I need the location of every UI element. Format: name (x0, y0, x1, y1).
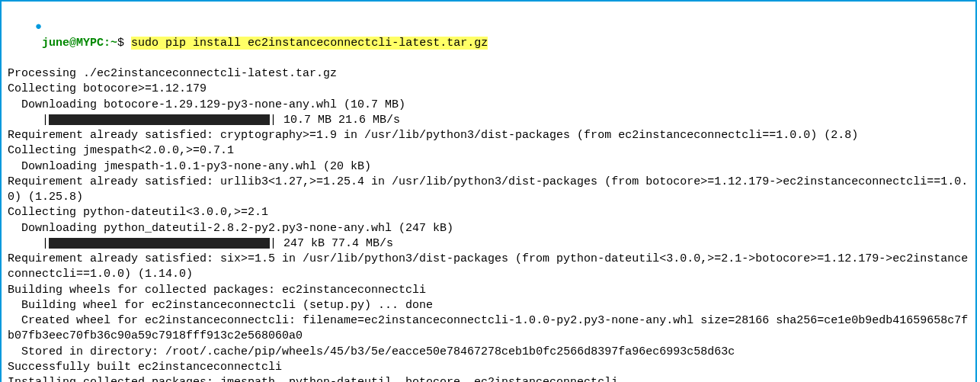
output-line: Collecting jmespath<2.0.0,>=0.7.1 (8, 143, 969, 159)
bullet-icon: ● (35, 21, 42, 34)
prompt-user-host: june@MYPC (42, 37, 104, 50)
output-line: Downloading jmespath-1.0.1-py3-none-any.… (8, 159, 969, 175)
progress-bar (49, 114, 270, 125)
prompt-path: ~ (110, 37, 117, 50)
command-input: sudo pip install ec2instanceconnectcli-l… (131, 37, 488, 50)
prompt-line-1: ● june@MYPC:~$ sudo pip install ec2insta… (8, 5, 969, 66)
progress-suffix: | 247 kB 77.4 MB/s (270, 237, 393, 250)
output-line: Requirement already satisfied: cryptogra… (8, 128, 969, 143)
output-line: Requirement already satisfied: six>=1.5 … (8, 252, 969, 283)
output-line: || 10.7 MB 21.6 MB/s (8, 113, 969, 128)
output-line: Requirement already satisfied: urllib3<1… (8, 175, 969, 206)
prompt-dollar: $ (117, 37, 131, 50)
progress-prefix: | (8, 237, 49, 250)
output-line: Created wheel for ec2instanceconnectcli:… (8, 313, 969, 345)
progress-prefix: | (8, 114, 49, 127)
progress-bar (49, 238, 270, 249)
output-line: Downloading botocore-1.29.129-py3-none-a… (8, 98, 969, 113)
output-line: Stored in directory: /root/.cache/pip/wh… (8, 345, 969, 360)
output-line: Installing collected packages: jmespath,… (8, 375, 969, 382)
output-line: Collecting python-dateutil<3.0.0,>=2.1 (8, 205, 969, 220)
output-line: Processing ./ec2instanceconnectcli-lates… (8, 66, 969, 82)
prompt-colon: : (104, 37, 110, 50)
terminal-window[interactable]: ● june@MYPC:~$ sudo pip install ec2insta… (0, 0, 977, 382)
output-line: Successfully built ec2instanceconnectcli (8, 360, 969, 375)
output-line: Collecting botocore>=1.12.179 (8, 82, 969, 97)
output-line: Building wheel for ec2instanceconnectcli… (8, 298, 969, 313)
output-line: || 247 kB 77.4 MB/s (8, 236, 969, 252)
output-line: Downloading python_dateutil-2.8.2-py2.py… (8, 221, 969, 236)
output-line: Building wheels for collected packages: … (8, 283, 969, 298)
progress-suffix: | 10.7 MB 21.6 MB/s (270, 114, 400, 127)
